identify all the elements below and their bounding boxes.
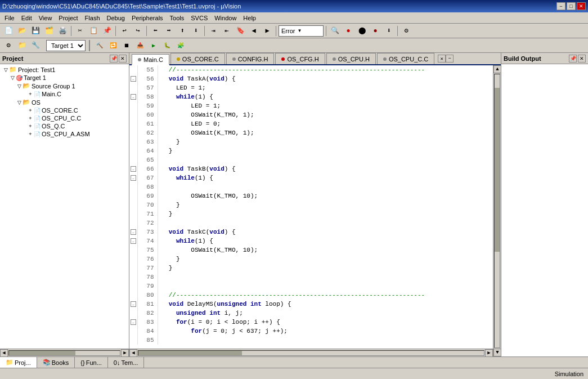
code-editor: 55 //-----------------------------------… <box>129 65 493 356</box>
bottom-tab-tem[interactable]: 0↓ Tem... <box>108 357 145 368</box>
save-btn[interactable]: 💾 <box>29 25 42 37</box>
menu-window[interactable]: Window <box>211 14 240 22</box>
build-content <box>501 64 588 356</box>
find-btn[interactable]: 🔍 <box>329 25 341 37</box>
bottom-tab-fun[interactable]: {} Fun... <box>75 357 107 368</box>
title-text: D:\zhuoqing\window\C51\ADuC845\ADuC845\T… <box>2 3 241 10</box>
download-target-btn[interactable]: 📥 <box>134 40 146 51</box>
code-scroll-left[interactable]: ◀ <box>129 349 137 357</box>
sep2 <box>115 26 116 36</box>
target-toolbar: ⚙ 📁 🔧 Target 1 🔨 🔁 ⏹ 📥 ▶ 🐛 🧩 <box>0 38 588 53</box>
debug2-btn[interactable]: 🐛 <box>161 40 173 51</box>
target-selector[interactable]: Target 1 <box>46 40 86 51</box>
menu-file[interactable]: File <box>1 14 18 22</box>
code-scroll-right[interactable]: ▶ <box>485 349 493 357</box>
undo-btn[interactable]: ↩ <box>118 25 131 37</box>
nav-btn4[interactable]: ⬇ <box>190 25 202 37</box>
redo-btn[interactable]: ↪ <box>132 25 144 37</box>
stop-build-btn[interactable]: ⏹ <box>120 40 133 51</box>
tree-target1[interactable]: ▽ 🎯 Target 1 <box>0 74 129 82</box>
sep7 <box>397 26 398 36</box>
proj-scroll-left[interactable]: ◀ <box>0 349 8 357</box>
build-btn[interactable]: ● <box>342 25 354 37</box>
options-btn[interactable]: ⚙ <box>400 25 412 37</box>
target-cfg-btn[interactable]: ⚙ <box>2 40 15 51</box>
nav-btn2[interactable]: ➡ <box>163 25 175 37</box>
vscroll-down[interactable]: ▼ <box>493 349 501 356</box>
tree-os[interactable]: ▽ 📂 OS <box>0 98 129 106</box>
code-scroll-area[interactable]: 55 //-----------------------------------… <box>129 65 493 349</box>
manage-btn[interactable]: 🔧 <box>29 40 42 51</box>
indent-btn[interactable]: ⇥ <box>207 25 219 37</box>
close-button[interactable]: ✕ <box>577 2 586 10</box>
tab-close-btn[interactable]: ✕ <box>438 55 446 63</box>
tab-bar: Main.C OS_CORE.C CONFIG.H OS_CFG.H OS_CP… <box>129 53 501 65</box>
prev-bookmark-btn[interactable]: ◀ <box>248 25 260 37</box>
tree-os-cpu-c[interactable]: + 📄 OS_CPU_C.C <box>0 114 129 122</box>
menu-tools[interactable]: Tools <box>167 14 188 22</box>
project-close-btn[interactable]: ✕ <box>119 55 127 63</box>
new-file-btn[interactable]: 📄 <box>2 25 15 37</box>
sep5 <box>276 26 276 36</box>
tree-main-c[interactable]: + 📄 Main.C <box>0 90 129 98</box>
minimize-button[interactable]: − <box>556 2 565 10</box>
error-dropdown[interactable]: Error ▼ <box>279 25 324 37</box>
tab-os-cpu-h[interactable]: OS_CPU.H <box>326 53 376 64</box>
menu-view[interactable]: View <box>35 14 56 22</box>
stop-btn[interactable]: ⬤ <box>356 25 368 37</box>
bottom-tab-proj[interactable]: 📁 Proj... <box>0 357 37 368</box>
tab-minimize-btn[interactable]: − <box>446 55 454 63</box>
tab-main-c[interactable]: Main.C <box>132 54 169 65</box>
toolbar-1: 📄 📂 💾 🗂️ 🖨️ ✂️ 📋 📌 ↩ ↪ ⬅ ➡ ⬆ ⬇ ⇥ ⇤ 🔖 ◀ ▶… <box>0 24 588 38</box>
code-table: 55 //-----------------------------------… <box>129 65 493 345</box>
build-close-btn[interactable]: ✕ <box>578 55 586 63</box>
print-btn[interactable]: 🖨️ <box>56 25 69 37</box>
maximize-button[interactable]: □ <box>567 2 576 10</box>
rebuild-target-btn[interactable]: 🔁 <box>107 40 119 51</box>
nav-btn3[interactable]: ⬆ <box>176 25 188 37</box>
proj-scroll-right[interactable]: ▶ <box>121 349 129 357</box>
menu-help[interactable]: Help <box>240 14 259 22</box>
tab-os-cfg-h[interactable]: OS_CFG.H <box>275 53 325 64</box>
menu-svcs[interactable]: SVCS <box>187 14 211 22</box>
rebuild-btn[interactable]: ● <box>369 25 381 37</box>
code-hscroll[interactable]: ◀ ▶ <box>129 349 493 356</box>
menu-project[interactable]: Project <box>55 14 81 22</box>
download-btn[interactable]: ⬇ <box>383 25 395 37</box>
project-tree: ▽ 📁 Project: Test1 ▽ 🎯 Target 1 ▽ 📂 Sour… <box>0 64 129 349</box>
component-btn[interactable]: 🧩 <box>174 40 187 51</box>
bookmark-btn[interactable]: 🔖 <box>234 25 246 37</box>
sep1 <box>71 26 71 36</box>
menu-edit[interactable]: Edit <box>18 14 35 22</box>
tab-config-h[interactable]: CONFIG.H <box>226 53 275 64</box>
build-target-btn[interactable]: 🔨 <box>93 40 106 51</box>
tree-os-q[interactable]: + 📄 OS_Q.C <box>0 122 129 130</box>
copy-btn[interactable]: 📋 <box>87 25 100 37</box>
tree-project-root[interactable]: ▽ 📁 Project: Test1 <box>0 65 129 74</box>
tree-os-core[interactable]: + 📄 OS_CORE.C <box>0 106 129 114</box>
code-vscroll[interactable]: ▲ ▼ <box>493 65 501 356</box>
nav-btn1[interactable]: ⬅ <box>149 25 161 37</box>
status-bar: Simulation <box>0 368 588 379</box>
tab-os-cpu-cc[interactable]: OS_CPU_C.C <box>377 53 434 64</box>
start-debug-btn[interactable]: ▶ <box>147 40 160 51</box>
sep3 <box>146 26 147 36</box>
paste-btn[interactable]: 📌 <box>101 25 113 37</box>
menu-peripherals[interactable]: Peripherals <box>128 14 167 22</box>
unindent-btn[interactable]: ⇤ <box>221 25 233 37</box>
tree-os-cpu-asm[interactable]: + 📄 OS_CPU_A.ASM <box>0 130 129 138</box>
save-all-btn[interactable]: 🗂️ <box>43 25 55 37</box>
bottom-tab-books[interactable]: 📚 Books <box>37 357 75 368</box>
build-dock-btn[interactable]: 📌 <box>569 55 577 63</box>
src-group-btn[interactable]: 📁 <box>16 40 28 51</box>
project-dock-btn[interactable]: 📌 <box>110 55 118 63</box>
next-bookmark-btn[interactable]: ▶ <box>261 25 273 37</box>
project-hscroll[interactable]: ◀ ▶ <box>0 349 129 356</box>
tree-source-group[interactable]: ▽ 📂 Source Group 1 <box>0 82 129 90</box>
menu-debug[interactable]: Debug <box>104 14 128 22</box>
cut-btn[interactable]: ✂️ <box>74 25 86 37</box>
open-btn[interactable]: 📂 <box>16 25 28 37</box>
vscroll-up[interactable]: ▲ <box>493 65 501 73</box>
menu-flash[interactable]: Flash <box>82 14 104 22</box>
tab-os-core-c[interactable]: OS_CORE.C <box>170 53 225 64</box>
